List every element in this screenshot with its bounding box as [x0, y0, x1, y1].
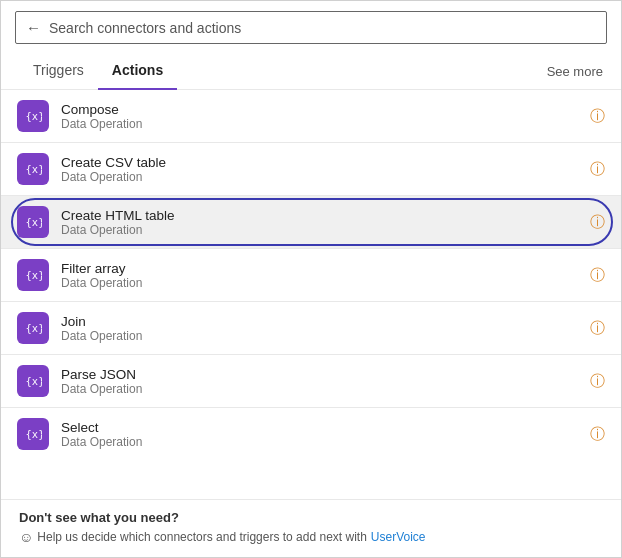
info-icon[interactable]: ⓘ: [590, 372, 605, 391]
action-text: Create HTML tableData Operation: [61, 208, 582, 237]
action-icon: {x}: [17, 365, 49, 397]
info-icon[interactable]: ⓘ: [590, 266, 605, 285]
see-more-link[interactable]: See more: [547, 64, 603, 79]
actions-list: {x} ComposeData Operationⓘ {x} Create CS…: [1, 90, 621, 499]
info-icon[interactable]: ⓘ: [590, 319, 605, 338]
action-text: Parse JSONData Operation: [61, 367, 582, 396]
action-item[interactable]: {x} Create HTML tableData Operationⓘ: [1, 196, 621, 248]
tabs-left: Triggers Actions: [19, 54, 177, 89]
info-icon[interactable]: ⓘ: [590, 160, 605, 179]
svg-text:{x}: {x}: [26, 322, 43, 334]
back-arrow-icon[interactable]: ←: [26, 19, 41, 36]
footer-description: ☺ Help us decide which connectors and tr…: [19, 529, 603, 545]
action-icon: {x}: [17, 153, 49, 185]
action-icon: {x}: [17, 259, 49, 291]
action-subtitle: Data Operation: [61, 382, 582, 396]
action-name: Select: [61, 420, 582, 435]
action-subtitle: Data Operation: [61, 329, 582, 343]
action-name: Create CSV table: [61, 155, 582, 170]
action-item[interactable]: {x} SelectData Operationⓘ: [1, 408, 621, 460]
action-item[interactable]: {x} Parse JSONData Operationⓘ: [1, 355, 621, 407]
action-text: JoinData Operation: [61, 314, 582, 343]
tab-actions[interactable]: Actions: [98, 54, 177, 90]
svg-text:{x}: {x}: [26, 163, 43, 175]
action-name: Filter array: [61, 261, 582, 276]
action-item[interactable]: {x} Create CSV tableData Operationⓘ: [1, 143, 621, 195]
search-placeholder: Search connectors and actions: [49, 20, 241, 36]
action-subtitle: Data Operation: [61, 117, 582, 131]
svg-text:{x}: {x}: [26, 375, 43, 387]
action-subtitle: Data Operation: [61, 276, 582, 290]
info-icon[interactable]: ⓘ: [590, 425, 605, 444]
main-container: ← Search connectors and actions Triggers…: [0, 0, 622, 558]
action-subtitle: Data Operation: [61, 223, 582, 237]
action-icon: {x}: [17, 312, 49, 344]
action-text: SelectData Operation: [61, 420, 582, 449]
action-text: Create CSV tableData Operation: [61, 155, 582, 184]
svg-text:{x}: {x}: [26, 216, 43, 228]
action-name: Compose: [61, 102, 582, 117]
info-icon[interactable]: ⓘ: [590, 213, 605, 232]
search-bar[interactable]: ← Search connectors and actions: [15, 11, 607, 44]
action-icon: {x}: [17, 206, 49, 238]
uservoice-link[interactable]: UserVoice: [371, 530, 426, 544]
smiley-icon: ☺: [19, 529, 33, 545]
tab-triggers[interactable]: Triggers: [19, 54, 98, 90]
action-icon: {x}: [17, 100, 49, 132]
action-subtitle: Data Operation: [61, 170, 582, 184]
action-name: Parse JSON: [61, 367, 582, 382]
info-icon[interactable]: ⓘ: [590, 107, 605, 126]
action-subtitle: Data Operation: [61, 435, 582, 449]
footer-desc-prefix: Help us decide which connectors and trig…: [37, 530, 367, 544]
action-name: Join: [61, 314, 582, 329]
footer-title: Don't see what you need?: [19, 510, 603, 525]
action-icon: {x}: [17, 418, 49, 450]
footer: Don't see what you need? ☺ Help us decid…: [1, 499, 621, 557]
action-item[interactable]: {x} JoinData Operationⓘ: [1, 302, 621, 354]
svg-text:{x}: {x}: [26, 110, 43, 122]
action-text: Filter arrayData Operation: [61, 261, 582, 290]
svg-text:{x}: {x}: [26, 269, 43, 281]
action-text: ComposeData Operation: [61, 102, 582, 131]
action-name: Create HTML table: [61, 208, 582, 223]
action-item[interactable]: {x} ComposeData Operationⓘ: [1, 90, 621, 142]
action-item[interactable]: {x} Filter arrayData Operationⓘ: [1, 249, 621, 301]
tabs-bar: Triggers Actions See more: [1, 54, 621, 90]
svg-text:{x}: {x}: [26, 428, 43, 440]
